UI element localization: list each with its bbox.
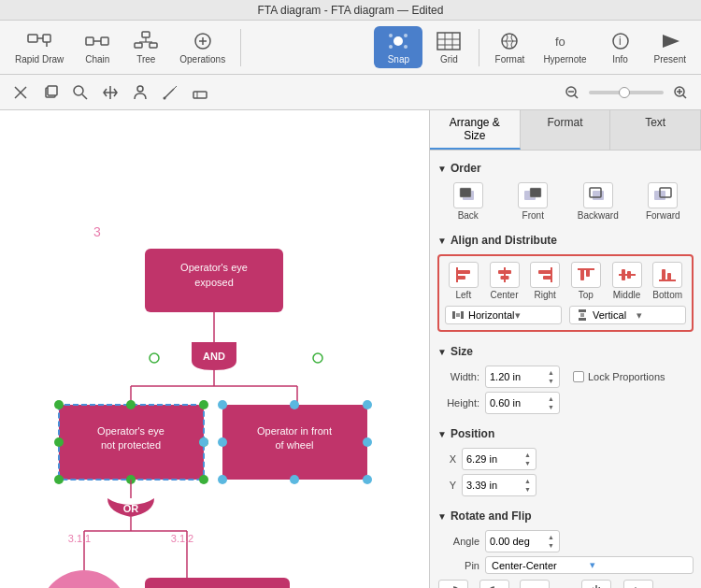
tab-text[interactable]: Text [610, 110, 701, 150]
tree-btn[interactable]: Tree [123, 26, 168, 68]
cut-btn[interactable] [7, 79, 34, 106]
y-down[interactable]: ▼ [524, 485, 531, 494]
align-middle-btn[interactable]: Middle [608, 262, 646, 300]
width-input[interactable]: ▲ ▼ [485, 366, 560, 388]
y-value[interactable] [466, 480, 522, 491]
x-value[interactable] [466, 453, 522, 465]
rotate-section-header[interactable]: ▼ Rotate and Flip [437, 506, 694, 526]
y-stepper[interactable]: ▲ ▼ [524, 477, 531, 494]
svg-point-73 [218, 400, 227, 409]
align-top-btn[interactable]: Top [567, 262, 605, 300]
angle-value[interactable] [490, 536, 546, 547]
align-title: Align and Distribute [451, 234, 557, 247]
forward-icon [648, 182, 678, 208]
size-section-header[interactable]: ▼ Size [437, 341, 694, 362]
present-btn[interactable]: Present [647, 26, 694, 68]
angle-up[interactable]: ▲ [548, 533, 554, 541]
x-input[interactable]: ▲ ▼ [462, 448, 536, 470]
chain-btn[interactable]: Chain [75, 26, 120, 68]
back-btn[interactable]: Back [437, 182, 499, 221]
rapid-draw-icon [24, 30, 54, 52]
zoom-slider[interactable] [589, 91, 664, 94]
align-bottom-btn[interactable]: Bottom [649, 262, 686, 300]
eraser-btn[interactable] [187, 79, 213, 106]
horizontal-dist-select[interactable]: Horizontal ▾ [445, 306, 562, 324]
position-section-header[interactable]: ▼ Position [437, 423, 694, 444]
x-up[interactable]: ▲ [524, 451, 531, 459]
order-section-body: Back Front Backward [437, 182, 694, 221]
forward-label: Forward [646, 210, 680, 221]
zoom-out-btn[interactable] [559, 79, 585, 106]
zoom-in-btn[interactable] [667, 79, 694, 106]
forward-btn[interactable]: Forward [633, 182, 694, 221]
align-right-btn[interactable]: Right [526, 262, 564, 300]
chain-icon [82, 30, 112, 52]
present-icon [655, 30, 685, 52]
pin-select[interactable]: Center-Center ▾ [485, 556, 694, 574]
angle-input[interactable]: ▲ ▼ [485, 530, 560, 552]
pen-btn[interactable] [157, 79, 183, 106]
rotate-ccw90-btn[interactable]: 90° CCW [476, 580, 515, 588]
y-input[interactable]: ▲ ▼ [462, 474, 536, 496]
pan-btn[interactable] [97, 79, 123, 106]
hypernote-label: Hypernote [543, 54, 586, 65]
flip-vertical-btn[interactable]: Vertical [581, 580, 612, 588]
rapid-draw-btn[interactable]: Rapid Draw [7, 26, 71, 68]
align-center-btn[interactable]: Center [486, 262, 523, 300]
vertical-dist-select[interactable]: Vertical ▾ [569, 306, 686, 324]
operations-btn[interactable]: Operations [172, 26, 233, 68]
lock-proportions[interactable]: Lock Proportions [573, 371, 665, 382]
rotate-180-btn[interactable]: 180° [520, 580, 550, 588]
snap-label: Snap [388, 54, 409, 65]
y-up[interactable]: ▲ [524, 477, 531, 485]
flip-horizontal-btn[interactable]: Horizontal [618, 580, 660, 588]
info-btn[interactable]: i Info [598, 26, 643, 68]
width-down[interactable]: ▼ [548, 377, 554, 385]
format-main-btn[interactable]: Format [487, 26, 532, 68]
align-left-btn[interactable]: Left [445, 262, 482, 300]
copy-btn[interactable] [37, 79, 64, 106]
x-down[interactable]: ▼ [524, 459, 531, 467]
align-section-header[interactable]: ▼ Align and Distribute [437, 230, 694, 251]
svg-marker-30 [663, 35, 680, 48]
height-value[interactable] [490, 397, 546, 409]
height-stepper[interactable]: ▲ ▼ [548, 394, 554, 411]
lock-checkbox[interactable] [573, 371, 584, 382]
height-input[interactable]: ▲ ▼ [485, 392, 560, 414]
width-value[interactable] [490, 371, 546, 382]
back-icon [453, 182, 483, 208]
align-arrow: ▼ [437, 236, 447, 246]
snap-icon [383, 30, 413, 52]
rotate-cw90-btn[interactable]: 90° CW [437, 580, 470, 588]
backward-btn[interactable]: Backward [567, 182, 629, 221]
person-btn[interactable] [127, 79, 153, 106]
order-section-header[interactable]: ▼ Order [437, 158, 694, 179]
vertical-dist-label: Vertical [593, 309, 637, 321]
grid-btn[interactable]: Grid [426, 26, 471, 68]
angle-row: Angle ▲ ▼ [437, 530, 694, 552]
svg-rect-6 [101, 37, 108, 45]
svg-rect-0 [28, 35, 37, 42]
width-stepper[interactable]: ▲ ▼ [548, 368, 554, 385]
search-btn[interactable] [67, 79, 93, 106]
svg-rect-128 [662, 269, 665, 280]
angle-down[interactable]: ▼ [548, 541, 554, 550]
angle-stepper[interactable]: ▲ ▼ [548, 533, 554, 550]
snap-btn[interactable]: Snap [374, 26, 422, 68]
tab-arrange-size[interactable]: Arrange & Size [430, 110, 521, 150]
hypernote-btn[interactable]: fo Hypernote [536, 26, 594, 68]
svg-point-76 [218, 437, 227, 447]
height-up[interactable]: ▲ [548, 394, 554, 403]
height-down[interactable]: ▼ [548, 403, 554, 411]
front-btn[interactable]: Front [503, 182, 565, 221]
svg-rect-20 [437, 33, 460, 50]
canvas-area[interactable]: 3 Operator's eye exposed AND [0, 110, 430, 588]
width-up[interactable]: ▲ [548, 368, 554, 377]
svg-text:3.1.2: 3.1.2 [171, 533, 193, 544]
align-bottom-icon [652, 262, 682, 288]
x-stepper[interactable]: ▲ ▼ [524, 451, 531, 467]
order-title: Order [451, 162, 481, 175]
svg-point-61 [54, 400, 64, 409]
tab-format[interactable]: Format [521, 110, 611, 150]
svg-rect-126 [627, 271, 631, 279]
